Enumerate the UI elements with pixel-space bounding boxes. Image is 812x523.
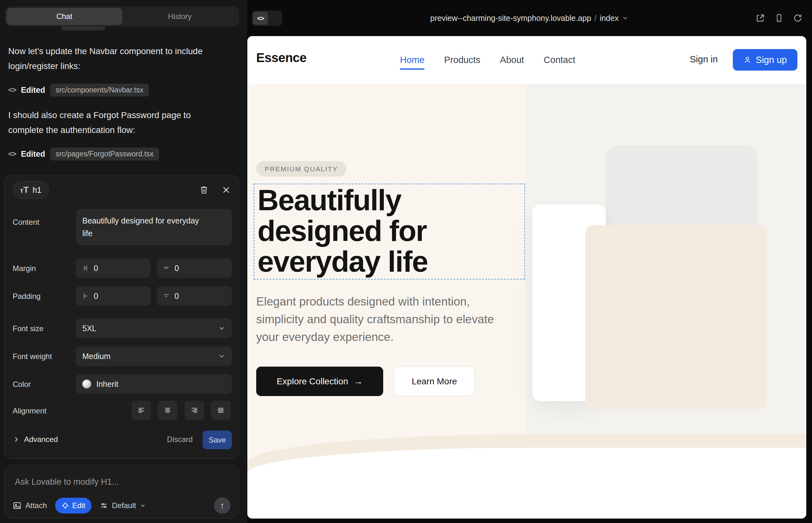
edited-file-row: <> Edited src/components/Navbar.tsx (8, 83, 149, 97)
attach-label: Attach (25, 501, 47, 510)
refresh-icon[interactable] (793, 13, 802, 23)
tab-history[interactable]: History (122, 8, 238, 25)
send-button[interactable]: ↑ (214, 497, 231, 514)
file-badge[interactable]: src/components/Navbar.tsx (50, 84, 148, 96)
align-justify-button[interactable] (211, 401, 231, 420)
padding-vertical-value: 0 (94, 292, 98, 301)
url-separator: / (595, 14, 597, 23)
target-icon (61, 502, 69, 509)
advanced-label: Advanced (24, 435, 58, 444)
font-size-select[interactable]: 5XL (76, 319, 232, 338)
font-weight-label: Font weight (13, 352, 52, 361)
padding-horizontal-input[interactable]: 0 (157, 286, 232, 306)
sign-up-button[interactable]: Sign up (733, 49, 797, 71)
attach-button[interactable]: Attach (13, 501, 47, 510)
text-size-icon: тT (20, 185, 29, 195)
advanced-toggle[interactable]: Advanced (13, 435, 58, 444)
align-left-button[interactable] (131, 401, 151, 420)
element-tag: h1 (33, 185, 41, 195)
align-justify-icon (217, 406, 225, 414)
font-weight-select[interactable]: Medium (76, 346, 232, 366)
margin-horizontal-input[interactable]: 0 (157, 258, 232, 278)
open-external-icon[interactable] (756, 13, 765, 23)
chat-message: Now let's update the Navbar component to… (8, 44, 205, 73)
save-button[interactable]: Save (203, 431, 232, 449)
padding-horizontal-value: 0 (175, 292, 179, 301)
align-left-icon (137, 406, 145, 414)
sign-in-link[interactable]: Sign in (690, 54, 718, 65)
color-label: Color (13, 380, 31, 389)
color-select[interactable]: Inherit (76, 374, 232, 394)
learn-more-button[interactable]: Learn More (394, 366, 475, 396)
edit-mode-button[interactable]: Edit (55, 498, 91, 513)
site-navbar: Essence Home Products About Contact Sign… (247, 36, 806, 84)
preview-pane: <> preview--charming-site-symphony.lovab… (247, 0, 812, 523)
chat-panel: Chat History Now let's update the Navbar… (0, 0, 247, 523)
site-nav-links: Home Products About Contact (400, 36, 576, 84)
chevron-down-icon (218, 353, 226, 360)
mobile-view-icon[interactable] (775, 14, 783, 22)
color-swatch-icon (82, 380, 91, 389)
site-preview: Essence Home Products About Contact Sign… (247, 36, 806, 519)
browser-bar: <> preview--charming-site-symphony.lovab… (247, 0, 812, 36)
preview-url: preview--charming-site-symphony.lovable.… (430, 14, 591, 23)
composer-toolbar: Attach Edit Default ↑ (13, 497, 231, 514)
edited-label: Edited (21, 86, 45, 95)
chat-message: I should also create a Forgot Password p… (8, 108, 205, 138)
padding-vertical-input[interactable]: 0 (76, 286, 151, 306)
element-tag-pill[interactable]: тT h1 (13, 181, 49, 199)
font-size-label: Font size (13, 324, 43, 333)
margin-vertical-input[interactable]: 0 (76, 258, 151, 278)
content-input[interactable]: Beautifully designed for everyday life (76, 209, 232, 245)
code-icon: <> (8, 86, 16, 94)
align-right-icon (190, 406, 198, 414)
site-brand[interactable]: Essence (256, 51, 306, 65)
align-right-button[interactable] (184, 401, 204, 420)
close-editor-button[interactable] (220, 184, 232, 196)
nav-item-products[interactable]: Products (444, 55, 480, 65)
font-size-value: 5XL (82, 324, 96, 333)
composer-input[interactable]: Ask Lovable to modify H1... (15, 477, 119, 487)
close-icon (222, 185, 231, 194)
edited-file-row: <> Edited src/pages/ForgotPassword.tsx (8, 147, 159, 161)
hero-subhead: Elegant products designed with intention… (256, 293, 510, 346)
cta-row: Explore Collection → Learn More (256, 366, 475, 396)
default-label: Default (112, 501, 136, 510)
tab-chat[interactable]: Chat (7, 8, 122, 25)
color-value: Inherit (96, 380, 118, 389)
preview-page: index (600, 14, 619, 23)
nav-item-home[interactable]: Home (400, 55, 424, 70)
alignment-label: Alignment (13, 407, 47, 415)
hero-headline[interactable]: Beautifully designed for everyday life (258, 185, 524, 277)
padding-vertical-icon (82, 292, 89, 300)
hero-bottom-white (247, 448, 806, 519)
arrow-right-icon: → (354, 376, 363, 386)
file-badge[interactable]: src/pages/ForgotPassword.tsx (50, 147, 159, 161)
align-center-button[interactable] (158, 401, 177, 420)
chevron-down-icon (218, 325, 226, 332)
nav-item-about[interactable]: About (500, 55, 524, 65)
edit-label: Edit (72, 501, 85, 510)
margin-horizontal-icon (162, 264, 170, 272)
trash-icon (199, 185, 209, 195)
align-center-icon (163, 406, 172, 414)
explore-collection-button[interactable]: Explore Collection → (256, 366, 383, 396)
discard-button[interactable]: Discard (164, 435, 196, 444)
hero-section: PREMIUM QUALITY Beautifully designed for… (247, 84, 806, 519)
decor-shape-cream (585, 225, 767, 409)
prompt-composer: Ask Lovable to modify H1... Attach Edit (4, 465, 239, 519)
margin-vertical-icon (82, 264, 89, 272)
arrow-up-icon: ↑ (220, 501, 225, 511)
font-weight-value: Medium (82, 352, 110, 361)
sign-up-label: Sign up (756, 55, 787, 65)
content-label: Content (13, 218, 39, 227)
nav-item-contact[interactable]: Contact (544, 55, 576, 65)
margin-vertical-value: 0 (94, 264, 98, 273)
model-default-button[interactable]: Default (100, 501, 146, 510)
margin-horizontal-value: 0 (175, 264, 179, 273)
delete-element-button[interactable] (198, 184, 210, 196)
url-bar[interactable]: preview--charming-site-symphony.lovable.… (247, 0, 812, 36)
explore-label: Explore Collection (277, 376, 348, 386)
element-editor-panel: тT h1 Content Beautifully designed for e… (4, 175, 239, 459)
browser-actions (756, 0, 802, 36)
